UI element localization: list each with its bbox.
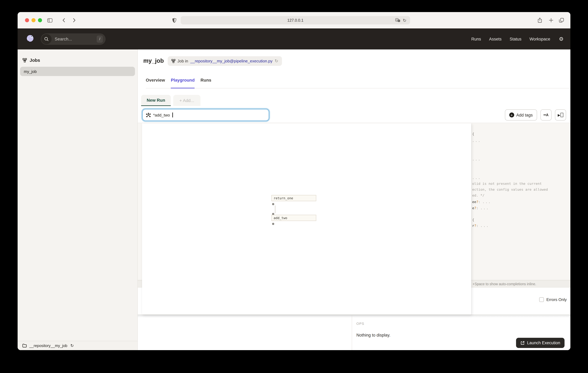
top-nav: Runs Assets Status Workspace ⚙ xyxy=(471,36,564,42)
main-panel: my_job Job in __repository__my_job@pipel… xyxy=(138,49,570,350)
share-icon[interactable] xyxy=(538,12,542,28)
add-config-tab-button[interactable]: + Add... xyxy=(173,95,200,106)
repository-link[interactable]: __repository__my_job@pipeline_execution.… xyxy=(190,59,272,63)
code-line: ... xyxy=(472,157,481,162)
tab-runs[interactable]: Runs xyxy=(200,77,211,88)
bottom-pane: OPS Nothing to display. Launch Execution xyxy=(138,315,570,350)
sidebar-jobs-header: Jobs xyxy=(18,49,137,67)
translate-icon[interactable]: Ax xyxy=(395,18,400,22)
dagster-logo[interactable] xyxy=(26,34,35,44)
code-line: e?: ... xyxy=(472,206,489,210)
browser-toolbar: 127.0.0.1 Ax ↻ xyxy=(18,12,570,28)
code-line: olid is not present in the current xyxy=(472,182,542,186)
gear-icon[interactable]: ⚙ xyxy=(559,36,564,42)
minimize-window-button[interactable] xyxy=(32,18,35,22)
op-node-return-one[interactable]: return_one xyxy=(272,195,316,201)
search-shortcut-badge: / xyxy=(97,35,103,43)
errors-only-toggle[interactable]: Errors Only xyxy=(539,297,567,302)
page-tabs: Overview Playground Runs xyxy=(146,77,570,88)
play-panel-icon: ▶ xyxy=(558,113,560,117)
expand-panel-button[interactable]: ▶ xyxy=(555,110,566,121)
ops-section-title: OPS xyxy=(356,322,364,325)
close-window-button[interactable] xyxy=(25,18,29,22)
global-search[interactable]: Search... / xyxy=(41,33,106,45)
ops-empty-message: Nothing to display. xyxy=(356,333,390,338)
tab-overview[interactable]: Overview xyxy=(146,77,165,88)
job-location-badge: Job in __repository__my_job@pipeline_exe… xyxy=(168,56,282,66)
code-line: ection, the config values are allowed xyxy=(472,187,548,192)
errors-only-checkbox[interactable] xyxy=(539,297,544,302)
code-line: { xyxy=(472,132,474,136)
job-graph-icon xyxy=(22,58,27,62)
playground-content: { ... ... ... olid is not present in the… xyxy=(138,123,570,350)
nav-workspace[interactable]: Workspace xyxy=(529,37,550,41)
nav-assets[interactable]: Assets xyxy=(489,37,502,41)
launch-icon xyxy=(520,341,525,345)
tab-new-run[interactable]: New Run xyxy=(141,95,171,106)
zoom-window-button[interactable] xyxy=(38,18,42,22)
job-graph-icon xyxy=(171,59,175,63)
code-line: ed. */ xyxy=(472,193,484,198)
forward-icon[interactable] xyxy=(73,12,76,28)
svg-text:A: A xyxy=(396,19,398,21)
page-reload-icon[interactable]: ↻ xyxy=(403,18,406,22)
op-node-add-two[interactable]: add_two xyxy=(272,215,316,221)
tab-playground[interactable]: Playground xyxy=(171,77,195,88)
app-body: Jobs my_job __repository__my_job ↻ my_jo… xyxy=(18,49,570,350)
svg-text:x: x xyxy=(399,20,399,22)
op-graph-popup: return_one add_two xyxy=(142,123,471,315)
window-controls xyxy=(25,12,42,28)
folder-icon xyxy=(22,344,27,348)
launch-execution-button[interactable]: Launch Execution xyxy=(516,338,565,348)
op-graph-icon xyxy=(146,113,151,117)
page-title: my_job xyxy=(143,57,164,64)
repository-reload-icon[interactable]: ↻ xyxy=(70,344,74,348)
sidebar: Jobs my_job __repository__my_job ↻ xyxy=(18,49,138,350)
tab-overview-icon[interactable] xyxy=(559,12,564,28)
add-tags-button[interactable]: + Add tags xyxy=(505,110,537,121)
title-row: my_job Job in __repository__my_job@pipel… xyxy=(143,56,282,66)
output-port xyxy=(272,203,274,205)
app-header: Search... / Runs Assets Status Workspace… xyxy=(18,28,570,49)
sidebar-toggle-icon[interactable] xyxy=(47,12,52,28)
graph-edge xyxy=(275,206,275,213)
screen: 127.0.0.1 Ax ↻ xyxy=(0,0,588,373)
code-line: ee?: ... xyxy=(472,200,491,204)
sidebar-item-my-job[interactable]: my_job xyxy=(20,67,135,76)
autocomplete-button[interactable]: ••A xyxy=(540,110,552,121)
code-line: r?: ... xyxy=(472,224,489,228)
badge-prefix: Job in xyxy=(178,59,188,63)
run-config-tabs: New Run + Add... xyxy=(141,95,200,106)
badge-reload-icon[interactable]: ↻ xyxy=(275,59,278,63)
nav-runs[interactable]: Runs xyxy=(471,37,481,41)
search-icon xyxy=(44,37,49,41)
new-tab-icon[interactable] xyxy=(549,12,553,28)
job-item-label: my_job xyxy=(24,69,37,74)
nav-status[interactable]: Status xyxy=(510,37,521,41)
op-selector-input[interactable]: *add_two xyxy=(142,109,269,121)
url-bar[interactable]: 127.0.0.1 Ax ↻ xyxy=(181,16,410,24)
repository-name: __repository__my_job xyxy=(29,343,67,348)
code-line: ... xyxy=(472,176,481,180)
browser-window: 127.0.0.1 Ax ↻ xyxy=(18,12,570,350)
autocomplete-icon: ••A xyxy=(544,113,549,117)
code-line: { xyxy=(472,218,474,222)
privacy-shield-icon xyxy=(172,12,176,28)
pane-divider xyxy=(352,315,352,350)
code-line: ... xyxy=(472,139,481,143)
sidebar-title: Jobs xyxy=(30,58,40,63)
autocomplete-hint: +Space to show auto-completions inline. xyxy=(472,282,536,286)
selector-toolbar: *add_two + Add tags ••A ▶ xyxy=(138,107,570,123)
back-icon[interactable] xyxy=(62,12,65,28)
op-selector-value: *add_two xyxy=(153,113,170,117)
text-caret xyxy=(172,112,173,117)
search-placeholder: Search... xyxy=(55,36,72,41)
output-port xyxy=(272,223,274,225)
url-text: 127.0.0.1 xyxy=(287,18,304,22)
plus-circle-icon: + xyxy=(509,112,514,117)
repository-row[interactable]: __repository__my_job ↻ xyxy=(18,341,137,350)
errors-only-label: Errors Only xyxy=(546,297,567,302)
